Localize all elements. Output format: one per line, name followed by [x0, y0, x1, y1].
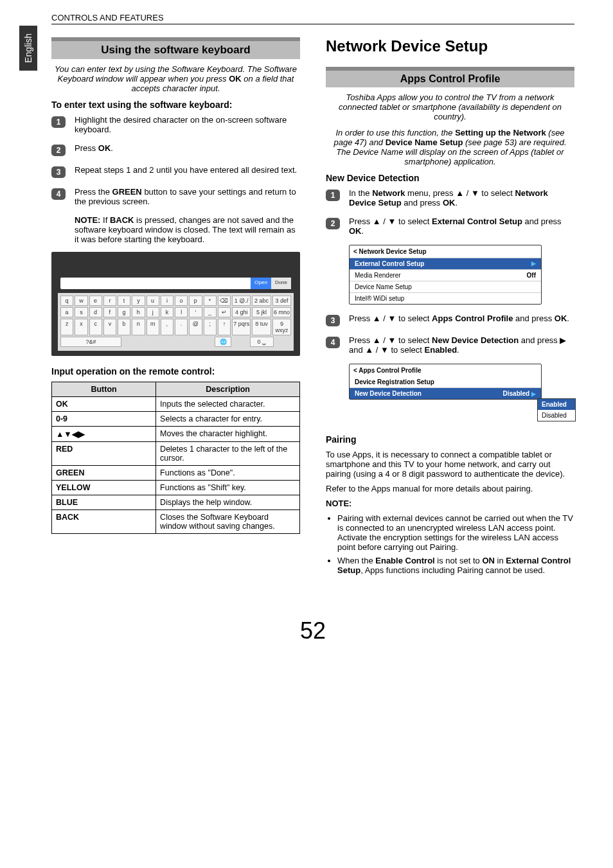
osk-open-button[interactable]: Open: [251, 278, 271, 289]
osk-key[interactable]: .: [175, 319, 188, 335]
n3b: Apps Control Profile: [432, 314, 513, 323]
osk-key[interactable]: g: [118, 307, 130, 317]
note-c: BACK: [110, 215, 134, 225]
osk-key[interactable]: w: [75, 296, 87, 306]
button-cell: BACK: [52, 510, 156, 534]
p1r4: Intel® WiDi setup: [355, 295, 404, 302]
ndd-badge-4: 4: [326, 337, 340, 348]
osk-key[interactable]: z: [60, 319, 73, 335]
osk-key[interactable]: h: [132, 307, 145, 317]
note-b: If: [103, 215, 110, 225]
enabled-dropdown[interactable]: Enabled Disabled: [537, 398, 576, 421]
req-b: Setting up the Network: [455, 128, 546, 137]
right-intro: Toshiba Apps allow you to control the TV…: [326, 93, 574, 121]
dropdown-enabled[interactable]: Enabled: [538, 399, 575, 410]
table-row: GREENFunctions as "Done".: [52, 466, 300, 481]
osk-key[interactable]: r: [103, 296, 116, 306]
osk-key[interactable]: c: [89, 319, 102, 335]
osk-key[interactable]: u: [147, 296, 159, 306]
osk-symbol-key[interactable]: ?&#: [60, 337, 121, 347]
osk-key[interactable]: f: [103, 307, 116, 317]
osk-key[interactable]: ↵: [218, 307, 231, 317]
osk-key[interactable]: o: [175, 296, 188, 306]
nn2e: in: [495, 556, 506, 565]
n1c: menu, press ▲ / ▼ to select: [405, 188, 515, 198]
osk-key[interactable]: d: [89, 307, 102, 317]
table-row: OKInputs the selected character.: [52, 397, 300, 412]
note-1: Pairing with external devices cannot be …: [337, 513, 574, 552]
osk-key[interactable]: q: [60, 296, 73, 306]
ndd-steps: 1 In the Network menu, press ▲ / ▼ to se…: [326, 188, 574, 236]
osk-key[interactable]: ⌫: [218, 296, 231, 306]
button-cell: 0-9: [52, 412, 156, 427]
panel1-row-mr[interactable]: Media Renderer Off: [350, 269, 541, 281]
osk-key[interactable]: a: [60, 307, 73, 317]
osk-globe-key[interactable]: 🌐: [215, 337, 231, 347]
osk-key[interactable]: *: [204, 296, 217, 306]
step-4: 4 Press the GREEN button to save your se…: [51, 187, 300, 206]
osk-key[interactable]: x: [75, 319, 87, 335]
osk-key[interactable]: v: [103, 319, 116, 335]
step-badge-2: 2: [51, 145, 66, 156]
n2d: OK: [349, 226, 362, 236]
osk-key[interactable]: 5 jkl: [252, 307, 271, 317]
osk-key[interactable]: ↑: [218, 319, 231, 335]
n3a: Press ▲ / ▼ to select: [349, 314, 432, 323]
osk-key[interactable]: 6 mno: [272, 307, 291, 317]
osk-key[interactable]: _: [204, 307, 217, 317]
panel1-row-ecs[interactable]: External Control Setup ▶: [350, 258, 541, 269]
panel1-title: < Network Device Setup: [350, 245, 541, 258]
panel2-row-drs[interactable]: Device Registration Setup: [350, 376, 541, 387]
osk-key[interactable]: s: [75, 307, 87, 317]
osk-zero-key[interactable]: 0 ␣: [250, 337, 274, 347]
osk-key[interactable]: 4 ghi: [232, 307, 251, 317]
p2r2: New Device Detection: [355, 390, 422, 397]
button-cell: BLUE: [52, 495, 156, 510]
software-keyboard: Open Done qwertyuiop*⌫1 @./2 abc3 def as…: [51, 252, 300, 356]
pairing-body-1: To use Apps, it is necessary to connect …: [326, 450, 574, 479]
osk-key[interactable]: k: [161, 307, 173, 317]
osk-key[interactable]: 9 wxyz: [272, 319, 291, 335]
dropdown-disabled[interactable]: Disabled: [538, 410, 575, 421]
osk-key[interactable]: 8 tuv: [252, 319, 271, 335]
osk-key[interactable]: n: [132, 319, 145, 335]
panel1-row-widi[interactable]: Intel® WiDi setup: [350, 292, 541, 304]
enter-text-heading: To enter text using the software keyboar…: [51, 100, 300, 110]
n1f: OK: [443, 198, 456, 208]
osk-key[interactable]: 7 pqrs: [232, 319, 251, 335]
left-column: Using the software keyboard You can ente…: [51, 37, 300, 579]
osk-key[interactable]: l: [175, 307, 188, 317]
osk-key[interactable]: i: [161, 296, 173, 306]
osk-key[interactable]: @: [189, 319, 202, 335]
step-4-text: Press the GREEN button to save your sett…: [75, 187, 300, 206]
osk-done-button[interactable]: Done: [271, 278, 291, 289]
osk-key[interactable]: e: [89, 296, 102, 306]
osk-key[interactable]: ,: [161, 319, 173, 335]
osk-key[interactable]: ': [189, 307, 202, 317]
osk-key[interactable]: t: [118, 296, 130, 306]
page-header: CONTROLS AND FEATURES: [51, 13, 574, 24]
n3e: .: [567, 314, 569, 323]
button-cell: ▲▼◀▶: [52, 427, 156, 442]
p2r1: Device Registration Setup: [355, 378, 434, 385]
osk-row-1: qwertyuiop*⌫1 @./2 abc3 def: [60, 296, 291, 306]
osk-key[interactable]: y: [132, 296, 145, 306]
osk-key[interactable]: b: [118, 319, 130, 335]
osk-key[interactable]: ;: [204, 319, 217, 335]
osk-key[interactable]: p: [189, 296, 202, 306]
osk-key[interactable]: 2 abc: [252, 296, 271, 306]
osk-key[interactable]: 3 def: [272, 296, 291, 306]
ndd-1-text: In the Network menu, press ▲ / ▼ to sele…: [349, 188, 574, 208]
table-row: BACKCloses the Software Keyboard window …: [52, 510, 300, 534]
panel2-row-ndd[interactable]: New Device Detection Disabled ▶: [350, 387, 541, 399]
panel1-row-dns[interactable]: Device Name Setup: [350, 281, 541, 292]
n2e: .: [362, 226, 364, 236]
left-steps: 1 Highlight the desired character on the…: [51, 115, 300, 206]
osk-text-field[interactable]: [60, 278, 251, 289]
osk-key[interactable]: m: [147, 319, 159, 335]
p1r3: Device Name Setup: [355, 283, 412, 290]
osk-key[interactable]: j: [147, 307, 159, 317]
osk-input-bar: Open Done: [60, 278, 291, 289]
osk-key[interactable]: 1 @./: [232, 296, 251, 306]
table-body: OKInputs the selected character.0-9Selec…: [52, 397, 300, 534]
